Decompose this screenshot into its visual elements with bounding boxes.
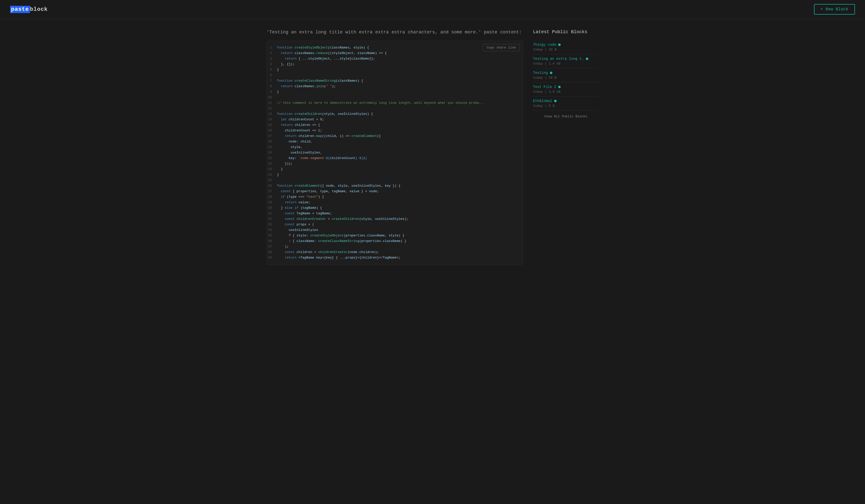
line-code: } <box>277 167 283 172</box>
line-number: 33 <box>267 222 277 227</box>
line-number: 29 <box>267 200 277 205</box>
line-number: 16 <box>267 128 277 133</box>
table-row: 27 const { properties, type, tagName, va… <box>267 189 523 194</box>
sidebar-title: Latest Public Blocks <box>533 29 598 35</box>
line-number: 30 <box>267 205 277 211</box>
table-row: 39 return <TagName key={key} { ...props}… <box>267 255 523 260</box>
line-number: 23 <box>267 167 277 172</box>
table-row: 31 const TagName = tagName; <box>267 211 523 216</box>
table-row: 25 <box>267 178 523 183</box>
line-number: 22 <box>267 161 277 167</box>
table-row: 18 node: child, <box>267 139 523 144</box>
line-code: } <box>277 172 279 178</box>
line-number: 24 <box>267 172 277 178</box>
block-status-dot <box>550 72 552 74</box>
line-code: return classNames.join(' '); <box>277 84 336 89</box>
block-status-dot <box>586 58 588 60</box>
block-name: EthGlobal <box>533 99 552 103</box>
line-code: } <box>277 89 279 95</box>
line-code: })); <box>277 161 292 167</box>
logo-block-text: block <box>30 6 48 13</box>
line-number: 27 <box>267 189 277 194</box>
line-number: 26 <box>267 183 277 189</box>
line-code: return children => { <box>277 122 320 128</box>
line-code: }, {}); <box>277 61 295 67</box>
block-meta: today | 0 B <box>533 104 598 108</box>
block-item-name: Test File 2 <box>533 85 598 89</box>
line-number: 35 <box>267 233 277 238</box>
line-code: const children = childrenCreator(node.ch… <box>277 249 379 255</box>
line-number: 13 <box>267 111 277 117</box>
block-status-dot <box>558 44 561 46</box>
table-row: 7function createClassNameString(classNam… <box>267 78 523 84</box>
line-code: const props = ( <box>277 222 314 227</box>
paste-title: 'Testing an extra long title with extra … <box>267 29 523 36</box>
logo-paste-text: paste <box>10 6 30 13</box>
view-all-public-blocks-link[interactable]: View All Public Blocks <box>533 115 598 118</box>
table-row: 19 style, <box>267 144 523 150</box>
list-item[interactable]: Testing an extra long t…today | 1.4 kB <box>533 54 598 68</box>
new-block-button[interactable]: + New Block <box>814 4 855 14</box>
list-item[interactable]: EthGlobaltoday | 0 B <box>533 96 598 110</box>
line-number: 12 <box>267 106 277 111</box>
line-number: 10 <box>267 95 277 100</box>
block-name: Testing <box>533 71 548 75</box>
list-item[interactable]: Thingy codetoday | 32 B <box>533 40 598 54</box>
table-row: 10 <box>267 95 523 100</box>
block-item-name: Testing <box>533 71 598 75</box>
line-number: 1 <box>267 45 277 50</box>
line-code: function createStyleObject(classNames, s… <box>277 45 369 50</box>
line-code: let childrenCount = 0; <box>277 117 324 122</box>
line-number: 20 <box>267 150 277 155</box>
line-code: ); <box>277 244 289 249</box>
line-number: 31 <box>267 211 277 216</box>
line-code: } <box>277 67 279 73</box>
main-layout: 'Testing an extra long title with extra … <box>257 19 608 275</box>
block-status-dot <box>554 100 557 102</box>
line-code: node: child, <box>277 139 312 144</box>
table-row: 29 return value; <box>267 200 523 205</box>
block-name: Testing an extra long t… <box>533 57 584 61</box>
sidebar: Latest Public Blocks Thingy codetoday | … <box>533 29 598 265</box>
line-number: 38 <box>267 249 277 255</box>
list-item[interactable]: Testingtoday | 20 B <box>533 68 598 82</box>
line-code: style, <box>277 144 302 150</box>
line-number: 39 <box>267 255 277 260</box>
block-name: Test File 2 <box>533 85 556 89</box>
table-row: 32 const childrenCreator = createChildre… <box>267 216 523 222</box>
line-code: } else if (tagName) { <box>277 205 322 211</box>
table-row: 3 return { ...styleObject, ...style[clas… <box>267 56 523 61</box>
list-item[interactable]: Test File 2today | 3.8 kB <box>533 82 598 96</box>
line-number: 18 <box>267 139 277 144</box>
block-list: Thingy codetoday | 32 BTesting an extra … <box>533 40 598 110</box>
table-row: 5} <box>267 67 523 73</box>
line-code: if (type === "text") { <box>277 194 324 200</box>
line-number: 17 <box>267 133 277 139</box>
table-row: 20 useInlineStyles, <box>267 150 523 155</box>
table-row: 13function createChildren(style, useInli… <box>267 111 523 117</box>
line-code: return children.map((child, i) => create… <box>277 133 381 139</box>
header: pasteblock + New Block <box>0 0 865 19</box>
line-code: function createChildren(style, useInline… <box>277 111 373 117</box>
line-code: useInlineStyles, <box>277 150 322 155</box>
line-code: childrenCount += 1; <box>277 128 322 133</box>
table-row: 38 const children = childrenCreator(node… <box>267 249 523 255</box>
line-code: return { ...styleObject, ...style[classN… <box>277 56 375 61</box>
table-row: 23 } <box>267 167 523 172</box>
line-code: const { properties, type, tagName, value… <box>277 189 379 194</box>
line-number: 21 <box>267 155 277 161</box>
line-number: 9 <box>267 89 277 95</box>
line-number: 15 <box>267 122 277 128</box>
table-row: 12 <box>267 106 523 111</box>
line-code: const TagName = tagName; <box>277 211 332 216</box>
block-item-name: EthGlobal <box>533 99 598 103</box>
table-row: 17 return children.map((child, i) => cre… <box>267 133 523 139</box>
table-row: 28 if (type === "text") { <box>267 194 523 200</box>
copy-share-link-button[interactable]: Copy share link <box>483 44 520 51</box>
line-code: const childrenCreator = createChildren(s… <box>277 216 408 222</box>
table-row: 37 ); <box>267 244 523 249</box>
line-code: return classNames.reduce((styleObject, c… <box>277 50 387 56</box>
line-number: 14 <box>267 117 277 122</box>
table-row: 24} <box>267 172 523 178</box>
table-row: 34 useInlineStyles <box>267 227 523 233</box>
